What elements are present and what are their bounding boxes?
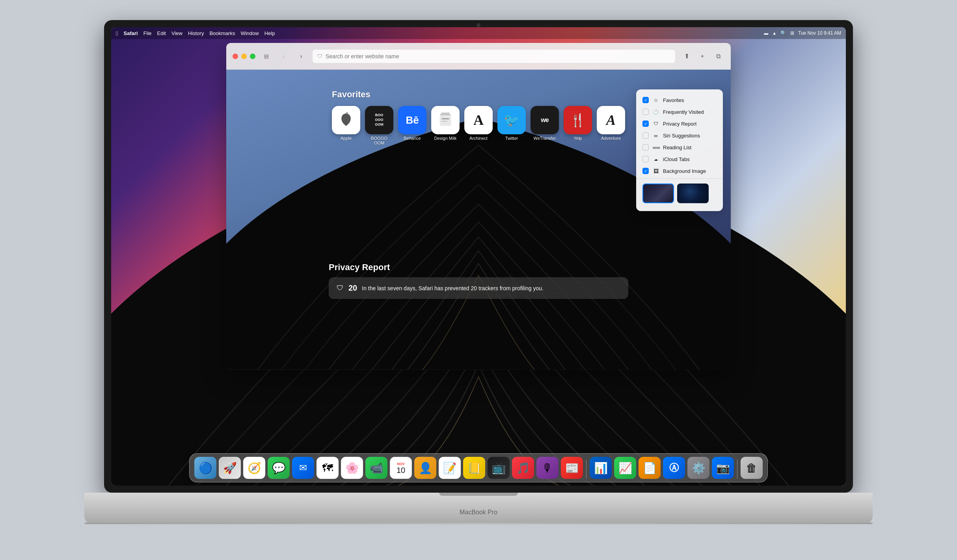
bg-thumb-mountain[interactable] (642, 184, 674, 203)
popup-reading-list[interactable]: ∞∞ Reading List (636, 141, 723, 153)
menubar-help[interactable]: Help (264, 30, 275, 36)
fullscreen-button[interactable] (250, 54, 255, 59)
menubar-safari[interactable]: Safari (123, 30, 138, 36)
apple-menu[interactable]:  (116, 30, 118, 37)
bg-thumb-ocean[interactable] (677, 184, 709, 203)
minimize-button[interactable] (241, 54, 247, 59)
screen:  Safari File Edit View History Bookmark… (111, 27, 846, 486)
archinect-label: Archinect (469, 136, 488, 141)
reading-list-icon: ∞∞ (653, 145, 659, 150)
dock-facetime[interactable]: 📹 (365, 457, 387, 479)
tab-overview-button[interactable]: ⧉ (712, 50, 724, 63)
dock-maps[interactable]: 🗺 (317, 457, 339, 479)
dock-calendar[interactable]: NOV 10 (390, 457, 412, 479)
menubar-window[interactable]: Window (240, 30, 259, 36)
dock-numbers[interactable]: 📈 (614, 457, 636, 479)
favorite-boooooom[interactable]: BOOOOOOOM BOOOOOOM (365, 106, 393, 145)
privacy-section: Privacy Report 🛡 20 In the last seven da… (329, 262, 628, 299)
svg-rect-0 (440, 115, 451, 126)
icloud-tabs-checkbox[interactable] (642, 156, 649, 162)
dock-news[interactable]: 📰 (561, 457, 583, 479)
svg-rect-2 (441, 118, 449, 119)
menubar:  Safari File Edit View History Bookmark… (111, 27, 846, 39)
menubar-view[interactable]: View (171, 30, 182, 36)
dock-contacts[interactable]: 👤 (414, 457, 436, 479)
yelp-favicon: 🍴 (564, 106, 592, 134)
dock-podcasts[interactable]: 🎙 (536, 457, 559, 479)
privacy-icon: 🛡 (317, 53, 322, 59)
popup-privacy-report[interactable]: ✓ 🛡 Privacy Report (636, 118, 723, 130)
favorites-popup-icon: ☆ (653, 97, 659, 103)
siri-checkbox[interactable] (642, 132, 649, 139)
favorite-designmilk[interactable]: Design Milk (431, 106, 460, 145)
dock-appstore[interactable]: Ⓐ (663, 457, 685, 479)
icloud-tabs-icon: ☁ (653, 157, 659, 161)
favorite-archinect[interactable]: A Archinect (464, 106, 493, 145)
dock-safari[interactable]: 🧭 (243, 457, 265, 479)
behance-favicon: Bē (398, 106, 426, 134)
search-input[interactable] (326, 53, 670, 59)
boom-label: BOOOOOOM (371, 136, 387, 145)
dock-photos[interactable]: 🌸 (341, 457, 363, 479)
dock-reminders[interactable]: 📝 (439, 457, 461, 479)
favorite-twitter[interactable]: 🐦 Twitter (497, 106, 526, 145)
new-tab-page: Favorites Apple (226, 70, 731, 370)
dock-finder[interactable]: 🔵 (194, 457, 216, 479)
popup-frequently-visited[interactable]: 🕐 Frequently Visited (636, 106, 723, 118)
dock-notes[interactable]: 📒 (463, 457, 485, 479)
favorite-behance[interactable]: Bē Behance (398, 106, 426, 145)
close-button[interactable] (233, 54, 238, 59)
svg-rect-3 (441, 121, 447, 122)
new-tab-button[interactable]: + (696, 50, 709, 63)
popup-divider (636, 178, 723, 179)
dock-keynote[interactable]: 📊 (590, 457, 612, 479)
menubar-file[interactable]: File (143, 30, 152, 36)
dock-action[interactable]: 📷 (712, 457, 734, 479)
popup-favorites[interactable]: ✓ ☆ Favorites (636, 94, 723, 106)
dock-systemprefs[interactable]: ⚙️ (687, 457, 709, 479)
frequently-visited-checkbox[interactable] (642, 109, 649, 115)
sidebar-toggle-button[interactable]: ⊟ (260, 50, 273, 63)
adventure-favicon: A (597, 106, 625, 134)
privacy-card[interactable]: 🛡 20 In the last seven days, Safari has … (329, 277, 628, 299)
dock-music[interactable]: 🎵 (512, 457, 534, 479)
share-icon: ⬆ (684, 52, 689, 60)
dock-divider (586, 460, 586, 479)
favorites-checkbox[interactable]: ✓ (642, 97, 649, 103)
privacy-report-checkbox[interactable]: ✓ (642, 121, 649, 127)
plus-icon: + (700, 53, 704, 60)
screen-bezel:  Safari File Edit View History Bookmark… (104, 20, 853, 493)
twitter-label: Twitter (505, 136, 518, 141)
dock-tv[interactable]: 📺 (488, 457, 510, 479)
forward-button[interactable]: › (295, 50, 307, 63)
popup-icloud-tabs[interactable]: ☁ iCloud Tabs (636, 153, 723, 165)
menubar-edit[interactable]: Edit (157, 30, 166, 36)
favorite-wetransfer[interactable]: we WeTransfer (531, 106, 559, 145)
yelp-label: Yelp (573, 136, 582, 141)
favorites-grid: Apple BOOOOOOOM BOOOOOOM (332, 106, 625, 145)
camera-notch (477, 23, 480, 27)
menubar-bookmarks[interactable]: Bookmarks (209, 30, 235, 36)
tabs-icon: ⧉ (716, 53, 721, 60)
control-center-icon[interactable]: ⊞ (790, 30, 794, 36)
favorite-apple[interactable]: Apple (332, 106, 360, 145)
dock-pages[interactable]: 📄 (639, 457, 661, 479)
dock-mail[interactable]: ✉ (292, 457, 314, 479)
search-menubar-icon[interactable]: 🔍 (780, 30, 786, 36)
popup-background-image[interactable]: ✓ 🖼 Background Image (636, 165, 723, 177)
macbook-hinge (439, 493, 518, 496)
popup-siri-suggestions[interactable]: ∞ Siri Suggestions (636, 130, 723, 141)
share-button[interactable]: ⬆ (680, 50, 693, 63)
back-button[interactable]: ‹ (277, 50, 290, 63)
reading-list-checkbox[interactable] (642, 144, 649, 150)
menubar-history[interactable]: History (188, 30, 204, 36)
dock-messages[interactable]: 💬 (268, 457, 290, 479)
dock-launchpad[interactable]: 🚀 (219, 457, 241, 479)
dock-trash[interactable]: 🗑 (741, 457, 763, 479)
favorite-yelp[interactable]: 🍴 Yelp (564, 106, 592, 145)
background-images-row (636, 180, 723, 206)
apple-favicon (332, 106, 360, 134)
background-image-checkbox[interactable]: ✓ (642, 168, 649, 174)
address-bar[interactable]: 🛡 (312, 49, 676, 63)
favorite-adventure[interactable]: A Adventure (597, 106, 625, 145)
